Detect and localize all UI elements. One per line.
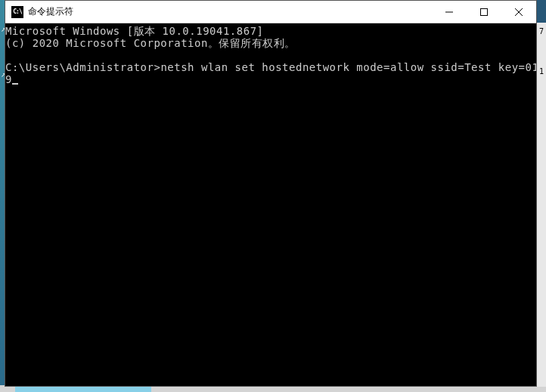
right-edge-strip: 7 1 [537,23,546,387]
svg-rect-1 [481,8,488,15]
terminal-line: Microsoft Windows [版本 10.0.19041.867] [5,25,264,37]
window-controls [432,1,536,23]
close-button[interactable] [501,1,536,23]
window-title: 命令提示符 [28,5,432,18]
terminal-prompt: C:\Users\Administrator> [5,61,160,73]
terminal-command: netsh wlan set hostednetwork mode=allow … [160,61,536,73]
minimize-button[interactable] [432,1,467,23]
edge-number: 7 [537,27,546,35]
titlebar[interactable]: C:\ 命令提示符 [5,1,536,23]
terminal-line: 9 [5,73,12,85]
cmd-icon: C:\ [11,6,23,18]
maximize-button[interactable] [467,1,501,23]
edge-number: 1 [537,67,546,76]
terminal-cursor [12,83,18,85]
terminal-line: (c) 2020 Microsoft Corporation。保留所有权利。 [5,37,296,49]
command-prompt-window: C:\ 命令提示符 Microsoft Windows [版本 10.0.190… [5,0,537,387]
terminal-output[interactable]: Microsoft Windows [版本 10.0.19041.867] (c… [5,23,536,386]
